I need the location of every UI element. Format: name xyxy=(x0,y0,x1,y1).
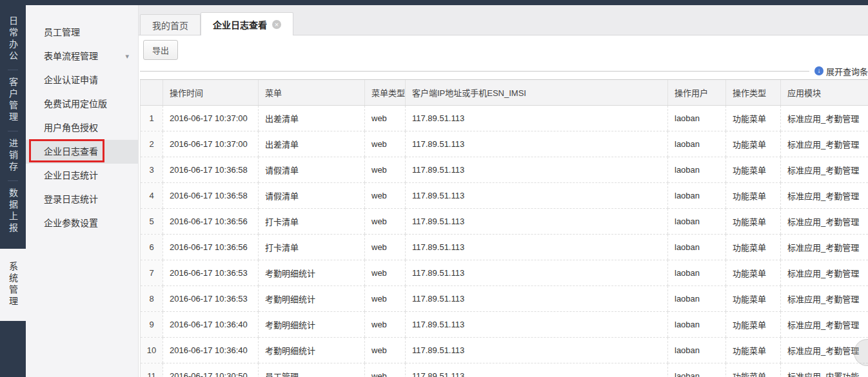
table-cell: 117.89.51.113 xyxy=(406,286,668,312)
secondary-sidebar-item[interactable]: 企业日志查看 xyxy=(26,140,138,164)
table-row[interactable]: 92016-06-17 10:36:40考勤明细统计web117.89.51.1… xyxy=(141,312,868,338)
table-cell: 考勤明细统计 xyxy=(259,286,365,312)
table-cell: 请假清单 xyxy=(259,183,365,209)
secondary-sidebar-item-label: 员工管理 xyxy=(44,27,80,37)
table-cell: laoban xyxy=(668,260,726,286)
primary-nav-group[interactable]: 客户管理 xyxy=(6,77,19,124)
table-row[interactable]: 42016-06-17 10:36:58请假清单web117.89.51.113… xyxy=(141,183,868,209)
tab-active[interactable]: 企业日志查看× xyxy=(201,12,293,35)
table-cell: laoban xyxy=(668,183,726,209)
table-cell: 117.89.51.113 xyxy=(406,209,668,235)
table-cell: 功能菜单 xyxy=(726,106,781,131)
table-cell: 功能菜单 xyxy=(726,363,781,377)
table-cell: laoban xyxy=(668,363,726,377)
column-header: 菜单类型 xyxy=(365,80,406,106)
primary-nav-label: 数据上报 xyxy=(6,188,19,235)
column-header: 操作类型 xyxy=(726,80,781,106)
primary-nav-group[interactable]: 数据上报 xyxy=(6,188,19,235)
table-row[interactable]: 112016-06-17 10:30:50员工管理web117.89.51.11… xyxy=(141,363,868,377)
table-cell: 117.89.51.113 xyxy=(406,260,668,286)
expand-down-icon: ↓ xyxy=(814,66,824,75)
table-cell: 功能菜单 xyxy=(726,312,781,338)
table-cell: 出差清单 xyxy=(259,106,365,131)
table-cell: web xyxy=(365,312,406,338)
table-row[interactable]: 72016-06-17 10:36:53考勤明细统计web117.89.51.1… xyxy=(141,260,868,286)
table-row[interactable]: 82016-06-17 10:36:53考勤明细统计web117.89.51.1… xyxy=(141,286,868,312)
table-row[interactable]: 12016-06-17 10:37:00出差清单web117.89.51.113… xyxy=(141,106,868,131)
table-cell: web xyxy=(365,157,406,183)
sidebar-divider xyxy=(8,180,18,181)
table-cell: 功能菜单 xyxy=(726,131,781,157)
table-cell: 功能菜单 xyxy=(726,338,781,363)
log-table-header: 操作时间菜单菜单类型客户端IP地址或手机ESN_IMSI操作用户操作类型应用模块 xyxy=(141,80,868,106)
table-cell: web xyxy=(365,286,406,312)
table-cell: 标准应用_考勤管理 xyxy=(781,106,868,131)
secondary-sidebar-item[interactable]: 用户角色授权 xyxy=(26,116,138,140)
table-cell: laoban xyxy=(668,286,726,312)
log-table: 操作时间菜单菜单类型客户端IP地址或手机ESN_IMSI操作用户操作类型应用模块… xyxy=(140,79,868,377)
expand-query-link[interactable]: ↓ 展开查询条 xyxy=(814,65,868,77)
table-cell: 功能菜单 xyxy=(726,286,781,312)
row-number-cell: 10 xyxy=(141,338,163,363)
primary-nav-group[interactable]: 进销存 xyxy=(6,139,19,173)
row-number-cell: 3 xyxy=(141,157,163,183)
row-number-cell: 4 xyxy=(141,183,163,209)
secondary-sidebar-item[interactable]: 企业参数设置 xyxy=(26,211,138,235)
header-row: 操作时间菜单菜单类型客户端IP地址或手机ESN_IMSI操作用户操作类型应用模块 xyxy=(141,80,868,106)
table-cell: web xyxy=(365,260,406,286)
secondary-sidebar: 员工管理▾表单流程管理企业认证申请免费试用定位版用户角色授权企业日志查看企业日志… xyxy=(26,5,139,377)
table-cell: 117.89.51.113 xyxy=(406,338,668,363)
table-cell: 2016-06-17 10:36:56 xyxy=(163,235,259,260)
column-header xyxy=(141,80,163,106)
table-cell: 标准应用_考勤管理 xyxy=(781,131,868,157)
table-cell: 标准应用_考勤管理 xyxy=(781,157,868,183)
primary-nav-group[interactable]: 日常办公 xyxy=(6,16,19,63)
table-cell: 2016-06-17 10:36:58 xyxy=(163,183,259,209)
log-table-body: 12016-06-17 10:37:00出差清单web117.89.51.113… xyxy=(141,106,868,377)
table-cell: 2016-06-17 10:36:58 xyxy=(163,157,259,183)
export-button[interactable]: 导出 xyxy=(143,40,178,60)
table-cell: 打卡清单 xyxy=(259,235,365,260)
table-row[interactable]: 22016-06-17 10:37:00出差清单web117.89.51.113… xyxy=(141,131,868,157)
secondary-sidebar-item-label: 用户角色授权 xyxy=(44,122,98,133)
table-cell: 2016-06-17 10:36:56 xyxy=(163,209,259,235)
secondary-sidebar-item[interactable]: 登录日志统计 xyxy=(26,188,138,211)
table-cell: web xyxy=(365,183,406,209)
table-row[interactable]: 102016-06-17 10:36:40考勤明细统计web117.89.51.… xyxy=(141,338,868,363)
tab-inactive[interactable]: 我的首页 xyxy=(140,14,201,35)
content-panel: 我的首页企业日志查看× 导出 ↓ 展开查询条 操作时间菜单菜单类型客户端IP地址… xyxy=(139,5,868,377)
secondary-sidebar-item-label: 表单流程管理 xyxy=(44,51,98,61)
tab-label: 我的首页 xyxy=(152,19,188,32)
secondary-sidebar-item-label: 企业认证申请 xyxy=(44,75,98,85)
table-cell: laoban xyxy=(668,106,726,131)
table-cell: 117.89.51.113 xyxy=(406,131,668,157)
secondary-sidebar-item[interactable]: 免费试用定位版 xyxy=(26,92,138,116)
secondary-sidebar-item[interactable]: 企业认证申请 xyxy=(26,68,138,92)
table-cell: 功能菜单 xyxy=(726,183,781,209)
tab-close-icon[interactable]: × xyxy=(272,20,281,29)
secondary-sidebar-item-label: 登录日志统计 xyxy=(44,194,98,204)
table-cell: 标准应用_考勤管理 xyxy=(781,312,868,338)
table-cell: web xyxy=(365,131,406,157)
table-row[interactable]: 32016-06-17 10:36:58请假清单web117.89.51.113… xyxy=(141,157,868,183)
primary-sidebar: 日常办公客户管理进销存数据上报系统管理 xyxy=(0,0,26,377)
row-number-cell: 5 xyxy=(141,209,163,235)
row-number-cell: 7 xyxy=(141,260,163,286)
app-window: 日常办公客户管理进销存数据上报系统管理 员工管理▾表单流程管理企业认证申请免费试… xyxy=(0,0,868,377)
secondary-sidebar-item[interactable]: ▾表单流程管理 xyxy=(26,44,138,68)
table-cell: 标准应用_内置功能 xyxy=(781,363,868,377)
table-cell: 2016-06-17 10:36:40 xyxy=(163,312,259,338)
tab-bar: 我的首页企业日志查看× xyxy=(139,5,868,35)
row-number-cell: 2 xyxy=(141,131,163,157)
table-row[interactable]: 52016-06-17 10:36:56打卡清单web117.89.51.113… xyxy=(141,209,868,235)
table-cell: laoban xyxy=(668,209,726,235)
table-cell: 标准应用_考勤管理 xyxy=(781,209,868,235)
table-row[interactable]: 62016-06-17 10:36:56打卡清单web117.89.51.113… xyxy=(141,235,868,260)
secondary-sidebar-item[interactable]: 员工管理 xyxy=(26,21,138,44)
row-number-cell: 6 xyxy=(141,235,163,260)
primary-nav-group-active[interactable]: 系统管理 xyxy=(0,249,26,321)
tab-label: 企业日志查看 xyxy=(213,18,267,31)
toolbar: 导出 xyxy=(139,35,868,60)
secondary-sidebar-item[interactable]: 企业日志统计 xyxy=(26,164,138,188)
table-cell: 标准应用_考勤管理 xyxy=(781,260,868,286)
